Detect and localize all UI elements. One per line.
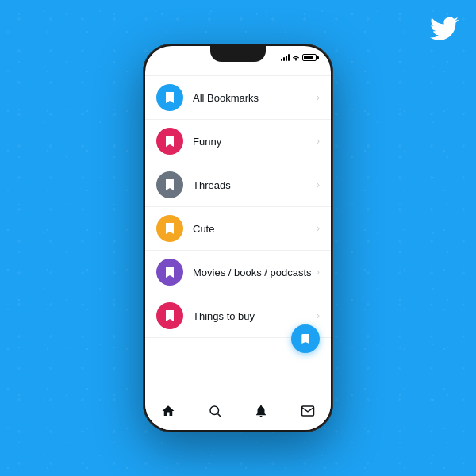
chevron-right-icon: › xyxy=(317,136,320,147)
bookmark-label: Threads xyxy=(193,179,317,191)
signal-icon xyxy=(281,54,290,61)
nav-notifications[interactable] xyxy=(247,400,275,422)
chevron-right-icon: › xyxy=(317,92,320,103)
chevron-right-icon: › xyxy=(317,267,320,278)
svg-line-1 xyxy=(217,413,221,416)
bookmark-icon-1 xyxy=(156,128,183,155)
add-bookmark-fab[interactable] xyxy=(291,324,320,353)
bookmark-label: Cute xyxy=(193,223,317,235)
nav-home[interactable] xyxy=(154,400,182,422)
bookmark-label: All Bookmarks xyxy=(193,92,317,104)
twitter-logo xyxy=(430,14,459,49)
bookmark-item[interactable]: Threads › xyxy=(145,163,331,207)
bookmark-label: Movies / books / podcasts xyxy=(193,267,317,278)
bottom-nav xyxy=(145,393,331,430)
bookmark-icon-2 xyxy=(156,171,183,198)
phone-frame: All Bookmarks › Funny › Threads › Cute › xyxy=(143,44,333,432)
page-header xyxy=(145,64,331,76)
svg-point-0 xyxy=(210,406,219,415)
bookmark-item[interactable]: Funny › xyxy=(145,120,331,163)
bookmark-icon-0 xyxy=(156,84,183,111)
chevron-right-icon: › xyxy=(317,223,320,234)
bookmark-icon-5 xyxy=(156,302,183,329)
status-icons xyxy=(281,54,317,61)
bookmark-item[interactable]: Movies / books / podcasts › xyxy=(145,251,331,294)
phone-notch xyxy=(210,46,266,62)
nav-messages[interactable] xyxy=(294,400,322,422)
bookmark-icon-3 xyxy=(156,215,183,242)
nav-search[interactable] xyxy=(201,400,229,422)
wifi-icon xyxy=(292,55,300,61)
bookmark-icon-4 xyxy=(156,259,183,286)
phone-screen: All Bookmarks › Funny › Threads › Cute › xyxy=(145,46,331,430)
bookmark-item[interactable]: All Bookmarks › xyxy=(145,76,331,120)
bookmark-label: Things to buy xyxy=(193,310,317,322)
bookmark-item[interactable]: Cute › xyxy=(145,207,331,251)
chevron-right-icon: › xyxy=(317,179,320,190)
bookmark-label: Funny xyxy=(193,136,317,148)
bookmarks-list: All Bookmarks › Funny › Threads › Cute › xyxy=(145,76,331,393)
chevron-right-icon: › xyxy=(317,310,320,321)
battery-icon xyxy=(302,54,317,61)
